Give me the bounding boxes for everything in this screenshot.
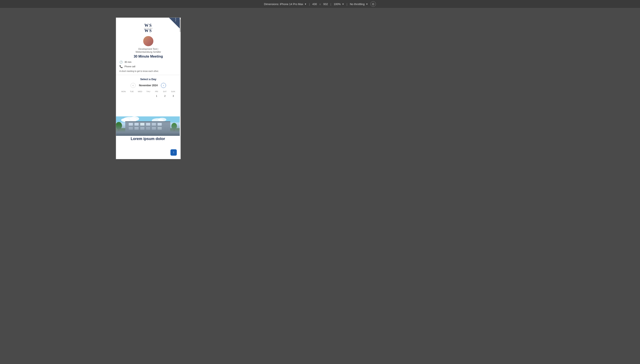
- toolbar-separator2: |: [330, 2, 331, 6]
- cal-date-2[interactable]: 2: [161, 94, 169, 98]
- cal-date-1[interactable]: 1: [153, 94, 160, 98]
- cal-date-empty-4: [144, 94, 152, 98]
- cal-date-empty-1: [120, 94, 127, 98]
- day-header-wed: WED: [136, 90, 144, 93]
- device-frame: powered by WS ━━━━━━━━━ WS: [116, 18, 181, 159]
- viewport-height: 932: [324, 2, 328, 6]
- building-overlay: [116, 124, 180, 136]
- cal-date-empty-2: [128, 94, 136, 98]
- building-image: [116, 116, 180, 136]
- month-navigation: ‹ November 2024 ›: [120, 83, 177, 88]
- calendar-section: Select a Day ‹ November 2024 › MON TUE W…: [120, 78, 177, 98]
- avatar-image: [143, 36, 153, 46]
- scroll-up-button[interactable]: ↑: [170, 149, 177, 156]
- screenshot-icon[interactable]: ⊙: [370, 1, 376, 7]
- logo-area: WS ━━━━━━━━━ WS: [120, 21, 177, 34]
- section-divider: [116, 75, 180, 75]
- clock-icon: 🕐: [120, 60, 123, 64]
- meeting-details: 🕐 30 min 📞 Phone call: [120, 60, 177, 68]
- host-name-line1: Development Test |: [120, 48, 177, 50]
- day-header-tue: TUE: [128, 90, 136, 93]
- toolbar-separator3: |: [346, 2, 347, 6]
- next-month-button[interactable]: ›: [161, 83, 166, 88]
- arrow-up-icon: ↑: [173, 150, 174, 154]
- device-scrollbar[interactable]: [180, 18, 180, 159]
- lorem-text: Lorem ipsum dolor: [116, 136, 180, 142]
- viewport-width: 430: [312, 2, 317, 6]
- host-info: Development Test | Webentwicklung Schäfe…: [120, 48, 177, 58]
- website-content: Lorem ipsum dolor: [116, 116, 180, 159]
- day-header-sun: SUN: [169, 90, 177, 93]
- phone-icon: 📞: [120, 65, 123, 68]
- toolbar-center: Dimensions: iPhone 14 Pro Max ▼ | 430 x …: [264, 1, 376, 7]
- avatar: [143, 36, 153, 46]
- svg-point-3: [130, 116, 139, 121]
- meeting-title: 30 Minute Meeting: [120, 54, 177, 58]
- calendly-widget: powered by WS ━━━━━━━━━ WS: [116, 18, 180, 98]
- day-header-sat: SAT: [161, 90, 169, 93]
- svg-rect-9: [125, 121, 170, 122]
- calendar-dates: 1 2 3: [120, 94, 177, 98]
- scrollbar-thumb[interactable]: [180, 20, 180, 32]
- toolbar-separator: |: [309, 2, 310, 6]
- month-label: November 2024: [139, 84, 158, 87]
- logo-text: WS ━━━━━━━━━ WS: [144, 23, 153, 33]
- meeting-description: A short meeting to get to know each othe…: [120, 70, 177, 73]
- duration-text: 30 min: [124, 61, 132, 63]
- main-area: 1 2 3 powered by WS ━━━: [0, 8, 640, 364]
- x-separator: x: [319, 2, 321, 6]
- browser-toolbar: Dimensions: iPhone 14 Pro Max ▼ | 430 x …: [0, 0, 640, 8]
- duration-row: 🕐 30 min: [120, 60, 177, 64]
- avatar-area: [120, 36, 177, 46]
- day-header-thu: THU: [144, 90, 152, 93]
- cal-date-3[interactable]: 3: [170, 94, 177, 98]
- call-type-row: 📞 Phone call: [120, 65, 177, 68]
- prev-month-button[interactable]: ‹: [130, 83, 136, 88]
- zoom-control[interactable]: 100% ▼: [334, 2, 344, 6]
- calendar-title: Select a Day: [120, 78, 177, 81]
- device-page[interactable]: powered by WS ━━━━━━━━━ WS: [116, 18, 180, 159]
- day-header-fri: FRI: [152, 90, 161, 93]
- call-type-text: Phone call: [124, 65, 135, 68]
- day-header-mon: MON: [120, 90, 128, 93]
- host-name-line2: Webentwicklung Schäfer: [120, 50, 177, 53]
- cal-date-empty-3: [136, 94, 144, 98]
- day-headers: MON TUE WED THU FRI SAT SUN: [120, 90, 177, 93]
- svg-point-6: [158, 118, 166, 122]
- throttling-control[interactable]: No throttling ▼: [350, 2, 368, 6]
- device-label[interactable]: Dimensions: iPhone 14 Pro Max ▼: [264, 2, 307, 6]
